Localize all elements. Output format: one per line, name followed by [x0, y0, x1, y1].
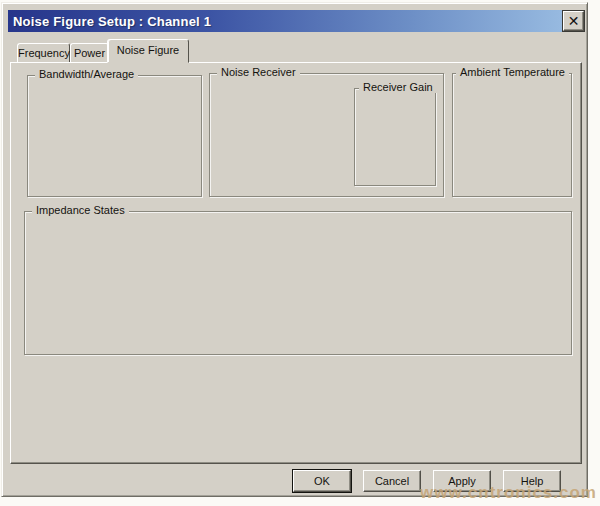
bandwidth-average-group-title: Bandwidth/Average: [35, 68, 138, 80]
impedance-states-group: Impedance States: [24, 211, 572, 355]
close-icon: ✕: [568, 14, 580, 28]
impedance-states-group-title: Impedance States: [32, 204, 129, 216]
tab-frequency[interactable]: Frequency: [17, 43, 70, 63]
noise-receiver-group-title: Noise Receiver: [217, 66, 300, 78]
receiver-gain-group-title: Receiver Gain: [359, 81, 437, 93]
close-button[interactable]: ✕: [563, 11, 584, 31]
screen: Noise Figure Setup : Channel 1 ✕ Frequen…: [0, 0, 600, 506]
cancel-button[interactable]: Cancel: [363, 470, 421, 492]
ambient-temperature-group: Ambient Temperature: [452, 73, 572, 197]
tab-power[interactable]: Power: [70, 43, 109, 63]
ok-button[interactable]: OK: [293, 470, 351, 492]
tab-noise-figure[interactable]: Noise Figure: [107, 39, 189, 63]
dialog-window: Noise Figure Setup : Channel 1 ✕ Frequen…: [1, 2, 588, 497]
watermark: www.cntronics.com: [420, 483, 597, 503]
receiver-gain-group: Receiver Gain: [354, 88, 436, 186]
ambient-temperature-group-title: Ambient Temperature: [456, 66, 569, 78]
title-bar[interactable]: Noise Figure Setup : Channel 1: [8, 10, 584, 32]
bandwidth-average-group: Bandwidth/Average: [27, 75, 202, 197]
window-title: Noise Figure Setup : Channel 1: [8, 14, 211, 29]
